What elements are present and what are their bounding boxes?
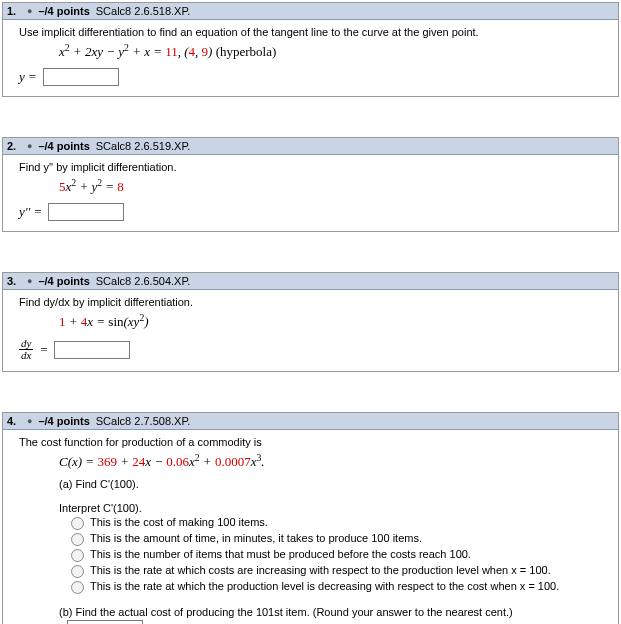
textbook-ref: SCalc8 2.7.508.XP. <box>96 415 191 427</box>
textbook-ref: SCalc8 2.6.519.XP. <box>96 140 191 152</box>
option-text: This is the rate at which costs are incr… <box>90 564 551 576</box>
interpret-block: Interpret C'(100). This is the cost of m… <box>59 502 608 594</box>
option-text: This is the cost of making 100 items. <box>90 516 268 528</box>
dy-dx-fraction: dy dx <box>19 338 33 361</box>
question-3-body: Find dy/dx by implicit differentiation. … <box>3 290 618 371</box>
answer-input[interactable] <box>54 341 130 359</box>
prompt: Use implicit differentiation to find an … <box>19 26 608 38</box>
radio-icon[interactable] <box>71 565 84 578</box>
option-text: This is the amount of time, in minutes, … <box>90 532 422 544</box>
question-1-body: Use implicit differentiation to find an … <box>3 20 618 96</box>
option-5[interactable]: This is the rate at which the production… <box>71 580 608 594</box>
question-2-body: Find y'' by implicit differentiation. 5x… <box>3 155 618 231</box>
radio-icon[interactable] <box>71 581 84 594</box>
points-label: –/4 points <box>38 5 89 17</box>
textbook-ref: SCalc8 2.6.504.XP. <box>96 275 191 287</box>
equation: 5x2 + y2 = 8 <box>59 179 608 195</box>
part-b-answer: $ <box>59 620 608 624</box>
answer-input[interactable] <box>48 203 124 221</box>
points-label: –/4 points <box>38 140 89 152</box>
question-2: 2. ● –/4 points SCalc8 2.6.519.XP. Find … <box>2 137 619 232</box>
answer-label: y'' = <box>19 204 42 220</box>
option-2[interactable]: This is the amount of time, in minutes, … <box>71 532 608 546</box>
bullet-icon: ● <box>27 276 32 286</box>
part-a-label: (a) Find C'(100). <box>59 478 608 490</box>
question-number: 2. <box>7 140 21 152</box>
points-label: –/4 points <box>38 415 89 427</box>
equation: x2 + 2xy − y2 + x = 11, (4, 9) (hyperbol… <box>59 44 608 60</box>
answer-row: y = <box>19 68 608 86</box>
question-1-header: 1. ● –/4 points SCalc8 2.6.518.XP. <box>3 3 618 20</box>
prompt: Find y'' by implicit differentiation. <box>19 161 608 173</box>
question-number: 1. <box>7 5 21 17</box>
question-4-body: The cost function for production of a co… <box>3 430 618 624</box>
fraction-denominator: dx <box>19 350 33 361</box>
radio-icon[interactable] <box>71 533 84 546</box>
question-number: 3. <box>7 275 21 287</box>
option-1[interactable]: This is the cost of making 100 items. <box>71 516 608 530</box>
points-label: –/4 points <box>38 275 89 287</box>
question-4-header: 4. ● –/4 points SCalc8 2.7.508.XP. <box>3 413 618 430</box>
question-3-header: 3. ● –/4 points SCalc8 2.6.504.XP. <box>3 273 618 290</box>
question-3: 3. ● –/4 points SCalc8 2.6.504.XP. Find … <box>2 272 619 372</box>
answer-input[interactable] <box>43 68 119 86</box>
prompt: The cost function for production of a co… <box>19 436 608 448</box>
part-b-label: (b) Find the actual cost of producing th… <box>59 606 608 618</box>
cost-answer-input[interactable] <box>67 620 143 624</box>
answer-row: dy dx = <box>19 338 608 361</box>
option-text: This is the rate at which the production… <box>90 580 559 592</box>
bullet-icon: ● <box>27 6 32 16</box>
equation: 1 + 4x = sin(xy2) <box>59 314 608 330</box>
bullet-icon: ● <box>27 141 32 151</box>
question-number: 4. <box>7 415 21 427</box>
answer-row: y'' = <box>19 203 608 221</box>
textbook-ref: SCalc8 2.6.518.XP. <box>96 5 191 17</box>
option-4[interactable]: This is the rate at which costs are incr… <box>71 564 608 578</box>
radio-icon[interactable] <box>71 517 84 530</box>
option-3[interactable]: This is the number of items that must be… <box>71 548 608 562</box>
cost-equation: C(x) = 369 + 24x − 0.06x2 + 0.0007x3. <box>59 454 608 470</box>
question-1: 1. ● –/4 points SCalc8 2.6.518.XP. Use i… <box>2 2 619 97</box>
bullet-icon: ● <box>27 416 32 426</box>
option-text: This is the number of items that must be… <box>90 548 471 560</box>
prompt: Find dy/dx by implicit differentiation. <box>19 296 608 308</box>
answer-label: y = <box>19 69 37 85</box>
equals-sign: = <box>39 342 48 358</box>
question-4: 4. ● –/4 points SCalc8 2.7.508.XP. The c… <box>2 412 619 624</box>
interpret-label: Interpret C'(100). <box>59 502 608 514</box>
radio-icon[interactable] <box>71 549 84 562</box>
question-2-header: 2. ● –/4 points SCalc8 2.6.519.XP. <box>3 138 618 155</box>
